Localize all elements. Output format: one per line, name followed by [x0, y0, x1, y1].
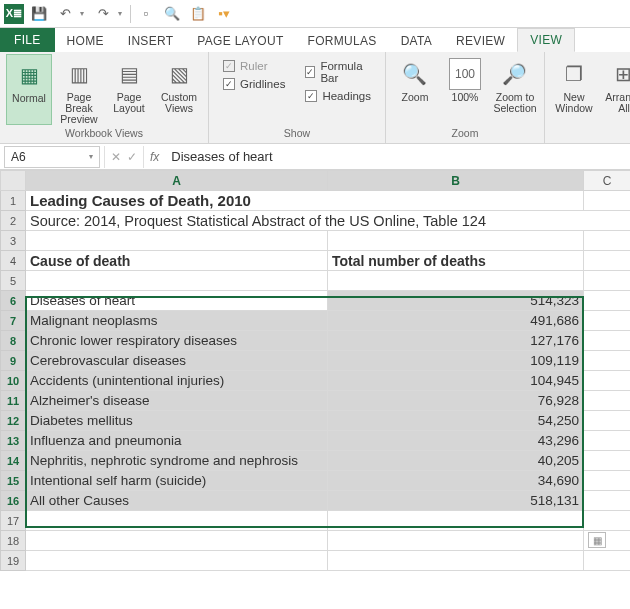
cell-c4[interactable]	[584, 251, 631, 271]
cell-b10[interactable]: 104,945	[328, 371, 584, 391]
row-header-4[interactable]: 4	[1, 251, 26, 271]
save-button[interactable]: 💾	[28, 3, 50, 25]
row-header-6[interactable]: 6	[1, 291, 26, 311]
cell-b3[interactable]	[328, 231, 584, 251]
col-header-c[interactable]: C	[584, 171, 631, 191]
zoom-button[interactable]: 🔍 Zoom	[392, 54, 438, 125]
cell-c6[interactable]	[584, 291, 631, 311]
cell-a17[interactable]	[26, 511, 328, 531]
row-header-9[interactable]: 9	[1, 351, 26, 371]
cell-b5[interactable]	[328, 271, 584, 291]
row-header-11[interactable]: 11	[1, 391, 26, 411]
more-button[interactable]: ▪▾	[213, 3, 235, 25]
cell-a1[interactable]: Leading Causes of Death, 2010	[26, 191, 584, 211]
cell-c9[interactable]	[584, 351, 631, 371]
arrange-all-button[interactable]: ⊞ Arrange All	[601, 54, 630, 125]
cell-a2[interactable]: Source: 2014, Proquest Statistical Abstr…	[26, 211, 631, 231]
cell-a18[interactable]	[26, 531, 328, 551]
print-preview-button[interactable]: 🔍	[161, 3, 183, 25]
cell-a9[interactable]: Cerebrovascular diseases	[26, 351, 328, 371]
tab-review[interactable]: REVIEW	[444, 30, 517, 52]
row-header-18[interactable]: 18	[1, 531, 26, 551]
row-header-10[interactable]: 10	[1, 371, 26, 391]
cell-b15[interactable]: 34,690	[328, 471, 584, 491]
cell-b16[interactable]: 518,131	[328, 491, 584, 511]
row-header-7[interactable]: 7	[1, 311, 26, 331]
cell-c16[interactable]	[584, 491, 631, 511]
cell-b8[interactable]: 127,176	[328, 331, 584, 351]
formula-content[interactable]: Diseases of heart	[165, 149, 630, 164]
row-header-13[interactable]: 13	[1, 431, 26, 451]
cell-c7[interactable]	[584, 311, 631, 331]
cell-a16[interactable]: All other Causes	[26, 491, 328, 511]
row-header-8[interactable]: 8	[1, 331, 26, 351]
normal-view-button[interactable]: ▦ Normal	[6, 54, 52, 125]
gridlines-checkbox[interactable]: ✓Gridlines	[223, 78, 285, 90]
cell-a5[interactable]	[26, 271, 328, 291]
cell-b12[interactable]: 54,250	[328, 411, 584, 431]
formula-bar-checkbox[interactable]: ✓Formula Bar	[305, 60, 371, 84]
cell-a14[interactable]: Nephritis, nephrotic syndrome and nephro…	[26, 451, 328, 471]
cell-b9[interactable]: 109,119	[328, 351, 584, 371]
tab-view[interactable]: VIEW	[517, 28, 575, 52]
col-header-b[interactable]: B	[328, 171, 584, 191]
save-as-button[interactable]: 📋	[187, 3, 209, 25]
cell-b14[interactable]: 40,205	[328, 451, 584, 471]
cell-b17[interactable]	[328, 511, 584, 531]
new-window-button[interactable]: ❐ New Window	[551, 54, 597, 125]
row-header-1[interactable]: 1	[1, 191, 26, 211]
undo-button[interactable]: ↶	[54, 3, 76, 25]
cell-a10[interactable]: Accidents (unintentional injuries)	[26, 371, 328, 391]
cell-b11[interactable]: 76,928	[328, 391, 584, 411]
cell-c15[interactable]	[584, 471, 631, 491]
quick-analysis-button[interactable]: ▦	[588, 532, 606, 548]
cell-c12[interactable]	[584, 411, 631, 431]
tab-page-layout[interactable]: PAGE LAYOUT	[185, 30, 295, 52]
cell-b4[interactable]: Total number of deaths	[328, 251, 584, 271]
cell-c17[interactable]	[584, 511, 631, 531]
fx-label[interactable]: fx	[144, 150, 165, 164]
row-header-17[interactable]: 17	[1, 511, 26, 531]
redo-button[interactable]: ↷	[92, 3, 114, 25]
new-file-button[interactable]: ▫	[135, 3, 157, 25]
cell-a6[interactable]: Diseases of heart	[26, 291, 328, 311]
tab-file[interactable]: FILE	[0, 28, 55, 52]
redo-dropdown[interactable]: ▾	[118, 9, 126, 18]
cell-a19[interactable]	[26, 551, 328, 571]
page-break-preview-button[interactable]: ▥ Page Break Preview	[56, 54, 102, 125]
row-header-15[interactable]: 15	[1, 471, 26, 491]
cell-a4[interactable]: Cause of death	[26, 251, 328, 271]
page-layout-button[interactable]: ▤ Page Layout	[106, 54, 152, 125]
cell-c3[interactable]	[584, 231, 631, 251]
cell-a12[interactable]: Diabetes mellitus	[26, 411, 328, 431]
select-all-button[interactable]	[1, 171, 26, 191]
cancel-formula-button[interactable]: ✕	[111, 150, 121, 164]
row-header-2[interactable]: 2	[1, 211, 26, 231]
row-header-16[interactable]: 16	[1, 491, 26, 511]
row-header-14[interactable]: 14	[1, 451, 26, 471]
headings-checkbox[interactable]: ✓Headings	[305, 90, 371, 102]
cell-c11[interactable]	[584, 391, 631, 411]
tab-insert[interactable]: INSERT	[116, 30, 186, 52]
cell-a15[interactable]: Intentional self harm (suicide)	[26, 471, 328, 491]
undo-dropdown[interactable]: ▾	[80, 9, 88, 18]
cell-a11[interactable]: Alzheimer's disease	[26, 391, 328, 411]
cell-a7[interactable]: Malignant neoplasms	[26, 311, 328, 331]
cell-b18[interactable]	[328, 531, 584, 551]
cell-c8[interactable]	[584, 331, 631, 351]
row-header-5[interactable]: 5	[1, 271, 26, 291]
col-header-a[interactable]: A	[26, 171, 328, 191]
cell-a3[interactable]	[26, 231, 328, 251]
tab-data[interactable]: DATA	[389, 30, 444, 52]
cell-a13[interactable]: Influenza and pneumonia	[26, 431, 328, 451]
enter-formula-button[interactable]: ✓	[127, 150, 137, 164]
cell-c5[interactable]	[584, 271, 631, 291]
zoom-to-selection-button[interactable]: 🔎 Zoom to Selection	[492, 54, 538, 125]
cell-b6[interactable]: 514,323	[328, 291, 584, 311]
custom-views-button[interactable]: ▧ Custom Views	[156, 54, 202, 125]
cell-c14[interactable]	[584, 451, 631, 471]
cell-c13[interactable]	[584, 431, 631, 451]
cell-b7[interactable]: 491,686	[328, 311, 584, 331]
tab-formulas[interactable]: FORMULAS	[296, 30, 389, 52]
cell-b13[interactable]: 43,296	[328, 431, 584, 451]
